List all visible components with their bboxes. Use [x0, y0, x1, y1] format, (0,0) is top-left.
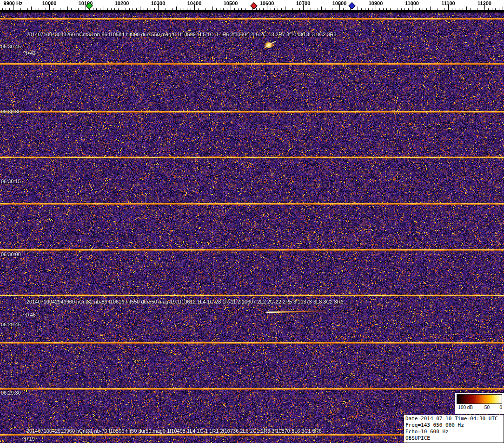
frequency-ruler: 9900 Hz100001010010200103001040010500106…	[0, 0, 504, 13]
ruler-frequency-label: 10800	[332, 0, 347, 6]
time-label: 06:30:15	[1, 179, 21, 184]
time-label: 06:30:45	[1, 44, 21, 49]
time-label: 06:29:30	[1, 390, 21, 396]
legend-mid-label: -50	[483, 405, 490, 410]
spectrogram-canvas	[0, 13, 504, 443]
color-scale-gradient	[457, 394, 502, 404]
observation-info-box: Date=2014-07-10 Time=04:30 UTC Freq=143 …	[404, 415, 504, 443]
ruler-frequency-label: 10600	[260, 0, 274, 6]
ruler-frequency-label: 11100	[441, 0, 455, 6]
color-scale-labels: -100 dB -50 0	[457, 405, 502, 410]
detection-time-tag: ^t+43	[23, 50, 36, 56]
info-frequency: Freq=143 050 000 Hz	[405, 422, 502, 429]
detection-annotation: 20140710042919960 hCnt31 nb-70 f10396 hi…	[27, 428, 322, 434]
detection-annotation: 20140710042946960 hCnt32 nb-86 f10616 hi…	[27, 299, 344, 304]
legend-max-label: 0	[499, 405, 502, 410]
legend-min-label: -100 dB	[457, 405, 473, 410]
ruler-frequency-label: 10200	[115, 0, 129, 6]
ruler-frequency-label: 10700	[296, 0, 311, 6]
ruler-frequency-label: 9900 Hz	[4, 0, 23, 6]
info-station-name: OBSUPICE	[405, 435, 502, 442]
time-label: 06:30:00	[1, 251, 21, 257]
ruler-frequency-label: 10000	[42, 0, 57, 6]
ruler-frequency-label: 10500	[224, 0, 238, 6]
ruler-frequency-label: 10400	[187, 0, 202, 6]
ruler-frequency-label: 10300	[151, 0, 166, 6]
ruler-frequency-label: 10900	[369, 0, 383, 6]
detection-annotation: 20140710043043260 hCnt33 nb-86 f10584 hi…	[27, 32, 337, 37]
meteor-spectrogram-app: 9900 Hz100001010010200103001040010500106…	[0, 0, 504, 443]
color-scale-legend: -100 dB -50 0	[455, 393, 504, 414]
detection-time-tag: ^t+46	[23, 312, 36, 317]
ruler-frequency-label: 11000	[405, 0, 419, 6]
time-label: 06:29:45	[1, 322, 21, 327]
detection-time-tag: ^t+19	[22, 436, 35, 442]
info-date-time: Date=2014-07-10 Time=04:30 UTC	[405, 416, 502, 422]
ruler-frequency-label: 11200	[477, 0, 491, 6]
time-label: 06:30:30	[1, 109, 21, 114]
info-echo-frequency: Echo=10 600 Hz	[405, 429, 502, 435]
